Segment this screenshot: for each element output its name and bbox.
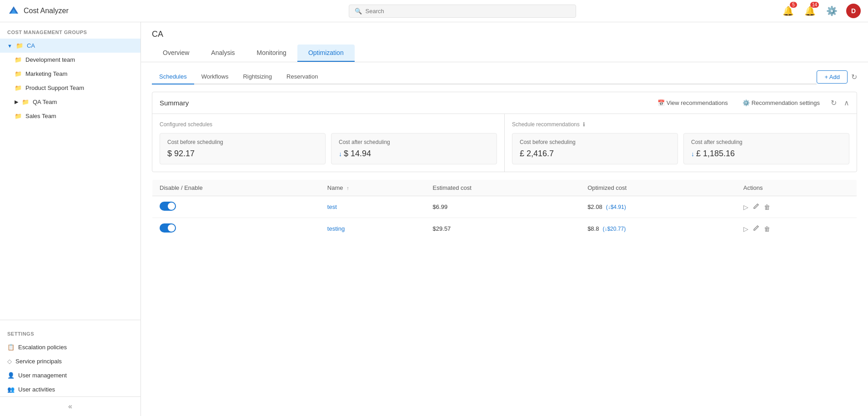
row1-toggle-cell xyxy=(152,196,320,218)
refresh-icon[interactable]: ↻ xyxy=(851,73,857,81)
tab-analysis[interactable]: Analysis xyxy=(200,45,246,62)
sidebar-item-user-management[interactable]: 👤 User management xyxy=(0,368,140,382)
table-row: test $6.99 $2.08 (↓$4.91) ▷ xyxy=(152,196,857,218)
chevron-right-icon: ▶ xyxy=(15,99,18,105)
sidebar-item-sales-team[interactable]: 📁 Sales Team xyxy=(0,109,140,123)
row1-actions-cell: ▷ 🗑 xyxy=(736,196,857,218)
cost-after-value: ↓$ 14.94 xyxy=(339,149,489,158)
summary-collapse-button[interactable]: ∧ xyxy=(844,99,849,107)
configured-cost-cards: Cost before scheduling $ 92.17 Cost afte… xyxy=(160,133,497,164)
tab-optimization[interactable]: Optimization xyxy=(297,45,355,62)
row2-name-link[interactable]: testing xyxy=(327,225,345,232)
cost-after-label: Cost after scheduling xyxy=(339,139,489,145)
row1-toggle[interactable] xyxy=(160,202,176,211)
configured-schedules-section: Configured schedules Cost before schedul… xyxy=(152,114,504,172)
sidebar-item-label: Product Support Team xyxy=(25,84,84,91)
sidebar-item-service-principals[interactable]: ◇ Service principals xyxy=(0,354,140,368)
sidebar-divider xyxy=(0,320,140,320)
sidebar-item-label: Sales Team xyxy=(25,113,56,119)
row2-run-icon[interactable]: ▷ xyxy=(743,225,748,233)
row2-toggle[interactable] xyxy=(160,223,176,233)
row1-edit-icon[interactable] xyxy=(753,203,759,211)
recommendation-cost-cards: Cost before scheduling £ 2,416.7 Cost af… xyxy=(512,133,849,164)
configured-schedules-label: Configured schedules xyxy=(160,121,497,128)
row2-action-icons: ▷ 🗑 xyxy=(743,225,849,233)
row1-savings-badge: (↓$4.91) xyxy=(606,204,626,210)
sub-tab-workflows[interactable]: Workflows xyxy=(194,69,236,84)
sidebar-item-product-support-team[interactable]: 📁 Product Support Team xyxy=(0,81,140,95)
info-icon[interactable]: ℹ xyxy=(583,121,585,128)
row1-optimized-cost-cell: $2.08 (↓$4.91) xyxy=(580,196,736,218)
search-box[interactable]: 🔍 xyxy=(349,5,576,18)
tab-monitoring[interactable]: Monitoring xyxy=(246,45,297,62)
row1-name-link[interactable]: test xyxy=(327,203,337,210)
row2-optimized-value: $8.8 xyxy=(587,225,599,232)
rec-cost-after-card: Cost after scheduling ↓£ 1,185.16 xyxy=(683,133,849,164)
notifications-badge: 5 xyxy=(790,2,797,8)
sidebar-item-label: Escalation policies xyxy=(18,344,67,351)
sub-tabs-row: Schedules Workflows Rightsizing Reservat… xyxy=(152,69,857,84)
content-header: CA Overview Analysis Monitoring Optimiza… xyxy=(141,22,868,62)
recommendation-settings-button[interactable]: ⚙️ Recommendation settings xyxy=(739,98,823,108)
sidebar-item-user-activities[interactable]: 👥 User activities xyxy=(0,382,140,396)
search-input[interactable] xyxy=(366,8,570,15)
row2-estimated-cost-cell: $29.57 xyxy=(426,218,581,240)
cost-after-scheduling-card: Cost after scheduling ↓$ 14.94 xyxy=(331,133,497,164)
sidebar: COST MANAGEMENT GROUPS ▼ 📁 CA 📁 Developm… xyxy=(0,22,141,416)
row1-run-icon[interactable]: ▷ xyxy=(743,203,748,211)
col-estimated-cost: Estimated cost xyxy=(426,180,581,196)
sidebar-item-development-team[interactable]: 📁 Development team xyxy=(0,53,140,67)
row1-delete-icon[interactable]: 🗑 xyxy=(764,203,770,211)
user-mgmt-icon: 👤 xyxy=(7,372,15,379)
top-header: Cost Analyzer 🔍 🔔 5 🔔 14 ⚙️ D xyxy=(0,0,868,22)
rec-cost-before-label: Cost before scheduling xyxy=(520,139,670,145)
summary-refresh-icon[interactable]: ↻ xyxy=(831,99,837,107)
tab-overview[interactable]: Overview xyxy=(152,45,200,62)
add-button[interactable]: + Add xyxy=(817,70,848,84)
sort-icon: ↑ xyxy=(346,185,349,191)
app-logo-icon xyxy=(7,5,20,17)
page-title: CA xyxy=(152,30,857,39)
cost-after-amount: $ 14.94 xyxy=(344,149,371,158)
summary-card: Summary 📅 View recommendations ⚙️ Recomm… xyxy=(152,92,857,172)
row1-optimized-value: $2.08 xyxy=(587,203,602,210)
sidebar-collapse-button[interactable]: « xyxy=(68,402,72,411)
row2-optimized-cost: $8.8 (↓$20.77) xyxy=(587,225,729,232)
sidebar-item-ca[interactable]: ▼ 📁 CA xyxy=(0,39,140,53)
row2-edit-icon[interactable] xyxy=(753,225,759,233)
alerts-badge: 14 xyxy=(810,2,819,8)
rec-cost-before-card: Cost before scheduling £ 2,416.7 xyxy=(512,133,678,164)
rec-cost-before-value: £ 2,416.7 xyxy=(520,149,670,158)
col-name[interactable]: Name ↑ xyxy=(320,180,426,196)
user-avatar[interactable]: D xyxy=(846,4,861,18)
sidebar-item-label: User management xyxy=(18,372,67,379)
row2-toggle-cell xyxy=(152,218,320,240)
content-area: CA Overview Analysis Monitoring Optimiza… xyxy=(141,22,868,416)
alerts-button[interactable]: 🔔 14 xyxy=(803,4,817,18)
sub-content: Schedules Workflows Rightsizing Reservat… xyxy=(141,62,868,416)
rec-cost-after-value: ↓£ 1,185.16 xyxy=(691,149,842,158)
sub-tab-reservation[interactable]: Reservation xyxy=(279,69,325,84)
sidebar-section-label: COST MANAGEMENT GROUPS xyxy=(0,22,140,39)
sidebar-item-qa-team[interactable]: ▶ 📁 QA Team xyxy=(0,95,140,109)
row1-action-icons: ▷ 🗑 xyxy=(743,203,849,211)
sub-tab-rightsizing[interactable]: Rightsizing xyxy=(236,69,279,84)
settings-section-label: SETTINGS xyxy=(0,324,140,340)
view-recommendations-label: View recommendations xyxy=(667,99,728,106)
sidebar-item-marketing-team[interactable]: 📁 Marketing Team xyxy=(0,67,140,81)
cost-before-value: $ 92.17 xyxy=(167,149,318,158)
sub-tab-schedules[interactable]: Schedules xyxy=(152,69,194,84)
sidebar-item-escalation-policies[interactable]: 📋 Escalation policies xyxy=(0,340,140,354)
rec-down-arrow-icon: ↓ xyxy=(691,150,694,158)
notifications-button[interactable]: 🔔 5 xyxy=(781,4,795,18)
chevron-down-icon: ▼ xyxy=(7,43,12,49)
col-disable-enable: Disable / Enable xyxy=(152,180,320,196)
settings-button[interactable]: ⚙️ xyxy=(824,4,839,18)
row2-actions-cell: ▷ 🗑 xyxy=(736,218,857,240)
view-recommendations-button[interactable]: 📅 View recommendations xyxy=(654,98,732,108)
escalation-icon: 📋 xyxy=(7,344,15,351)
sidebar-item-label: Marketing Team xyxy=(25,70,67,77)
gear-icon: ⚙️ xyxy=(826,5,838,16)
row2-delete-icon[interactable]: 🗑 xyxy=(764,225,770,233)
cost-before-scheduling-card: Cost before scheduling $ 92.17 xyxy=(160,133,326,164)
